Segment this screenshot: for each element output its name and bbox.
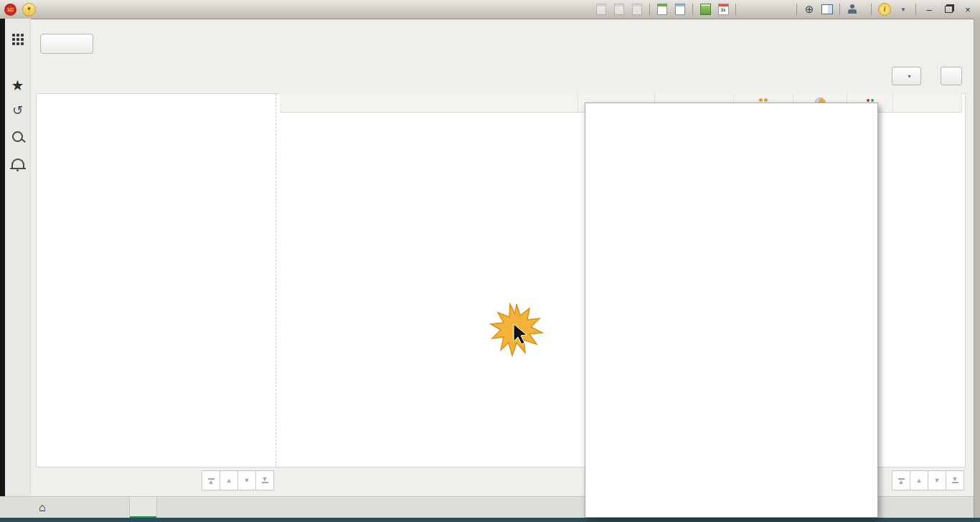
back-button[interactable] bbox=[40, 34, 68, 54]
tree-pager: ▲ ▲ ▼ ▼ bbox=[202, 470, 274, 490]
list-first-button[interactable]: ▲ bbox=[892, 470, 910, 490]
window-left-edge bbox=[0, 19, 5, 522]
home-icon: ⌂ bbox=[39, 501, 46, 514]
list-pager: ▲ ▲ ▼ ▼ bbox=[892, 470, 964, 490]
tab-files[interactable] bbox=[129, 497, 157, 518]
calculator-icon[interactable] bbox=[699, 4, 711, 15]
help-button[interactable] bbox=[941, 67, 962, 85]
info-icon[interactable]: i bbox=[878, 3, 891, 16]
window-bottom-edge bbox=[0, 518, 980, 522]
title-bar: 1С ▼ 31 ⊕ i ▼ – bbox=[0, 0, 980, 19]
print-settings-icon[interactable] bbox=[674, 4, 686, 15]
more-button[interactable]: ▼ bbox=[892, 67, 921, 85]
window-right-edge bbox=[974, 19, 980, 518]
tab-home-page[interactable]: ⌂ bbox=[29, 497, 63, 518]
favorites-star-icon[interactable]: ★ bbox=[5, 75, 30, 96]
context-menu bbox=[585, 103, 878, 518]
search-icon[interactable] bbox=[5, 125, 30, 147]
user-icon bbox=[847, 4, 858, 15]
column-name[interactable] bbox=[280, 93, 578, 112]
tree-down-button[interactable]: ▼ bbox=[237, 470, 256, 490]
list-down-button[interactable]: ▼ bbox=[928, 470, 946, 490]
zoom-icon[interactable]: ⊕ bbox=[804, 4, 815, 15]
history-icon[interactable]: ↺ bbox=[5, 100, 30, 121]
apps-grid-icon[interactable] bbox=[5, 29, 30, 50]
notifications-bell-icon[interactable] bbox=[5, 152, 30, 174]
save-icon[interactable] bbox=[595, 4, 607, 15]
tree-first-button[interactable]: ▲ bbox=[202, 470, 220, 490]
main-menu-dropdown-icon[interactable]: ▼ bbox=[22, 3, 36, 16]
panel-splitter[interactable] bbox=[275, 94, 276, 467]
compare-files-icon[interactable] bbox=[656, 4, 668, 15]
titlebar-more-dropdown-icon[interactable]: ▼ bbox=[897, 4, 909, 15]
calendar-icon[interactable]: 31 bbox=[717, 4, 729, 15]
tree-up-button[interactable]: ▲ bbox=[220, 470, 238, 490]
list-up-button[interactable]: ▲ bbox=[910, 470, 928, 490]
tool-sidebar: ★ ↺ bbox=[5, 19, 31, 496]
split-view-icon[interactable] bbox=[821, 4, 833, 15]
column-k[interactable] bbox=[893, 93, 962, 112]
1c-logo-icon: 1С bbox=[4, 4, 17, 16]
forward-button[interactable] bbox=[66, 34, 93, 54]
m-button[interactable] bbox=[743, 4, 754, 15]
m-plus-button[interactable] bbox=[760, 4, 772, 15]
close-window-button[interactable]: × bbox=[961, 4, 974, 15]
print-preview-icon[interactable] bbox=[631, 4, 643, 15]
minimize-button[interactable]: – bbox=[923, 4, 936, 15]
print-icon[interactable] bbox=[613, 4, 625, 15]
m-minus-button[interactable] bbox=[778, 4, 790, 15]
tree-last-button[interactable]: ▼ bbox=[255, 470, 274, 490]
list-last-button[interactable]: ▼ bbox=[946, 470, 964, 490]
application-window: 1С ▼ 31 ⊕ i ▼ – bbox=[0, 0, 980, 522]
restore-button[interactable] bbox=[942, 4, 955, 15]
titlebar-tools: 31 ⊕ i ▼ – × bbox=[595, 3, 980, 16]
